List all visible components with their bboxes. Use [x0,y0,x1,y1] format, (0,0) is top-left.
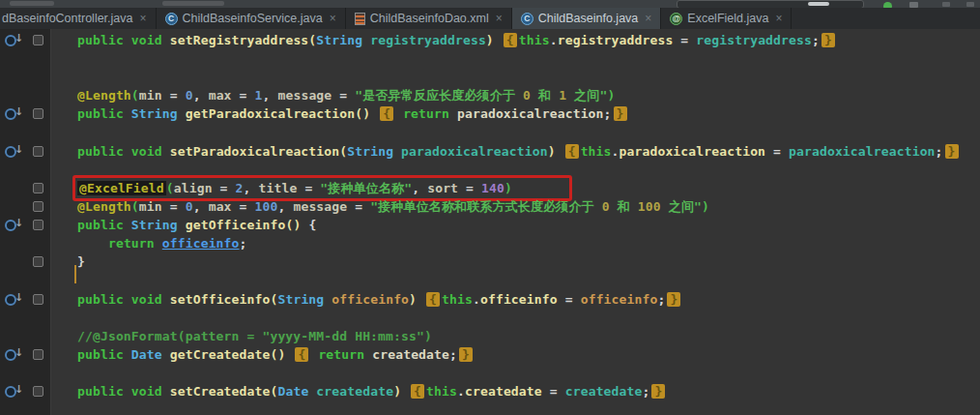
code-line[interactable]: public String getOfficeinfo() { [77,216,316,234]
code-token: @Length [77,88,131,103]
tab-close-icon[interactable]: × [140,12,147,25]
toolbar-icon[interactable] [942,2,950,7]
implemented-method-gutter-icon[interactable]: ↓ [5,385,24,399]
code-token: 和 [531,88,559,103]
tab-ChildBaseinfoService.java[interactable]: CChildBaseinfoService.java× [157,8,346,29]
code-line[interactable]: @Length(min = 0, max = 1, message = "是否异… [77,86,615,104]
code-token: ( [131,199,139,214]
code-token: ; [240,236,247,251]
code-token: min [139,88,162,103]
tab-ChildBaseinfoDao.xml[interactable]: ChildBaseinfoDao.xml× [346,8,512,29]
implemented-method-gutter-icon[interactable]: ↓ [5,219,24,232]
implemented-method-gutter-icon[interactable]: ↓ [5,34,24,47]
code-token [162,144,170,159]
code-token: max [209,199,232,214]
code-token: 0 [186,88,193,103]
code-token: return [403,106,449,121]
code-token: String [277,292,324,307]
folded-brace-marker[interactable]: } [821,33,835,47]
code-token: 0 [602,199,610,214]
gutter-marker-icon[interactable] [33,256,43,267]
code-token: 0 [523,88,531,103]
tab-ChildBaseinfo.java[interactable]: CChildBaseinfo.java× [512,8,662,29]
code-token: 0 [186,199,193,214]
code-token: getParadoxicalreaction [186,106,356,121]
folded-brace-marker[interactable]: { [504,33,517,47]
code-token: createdate [372,347,449,362]
gutter-marker-icon[interactable] [33,220,43,230]
folded-brace-marker[interactable]: { [295,347,308,362]
code-line[interactable]: public void setCreatedate(Date createdat… [77,382,667,400]
code-token: message [293,199,347,214]
code-token: ) [393,384,401,399]
gutter-marker-icon[interactable] [33,349,43,360]
toolbar-icon[interactable] [966,2,974,7]
folded-brace-marker[interactable]: { [565,144,579,159]
tab-close-icon[interactable]: × [496,12,503,25]
gutter-marker-icon[interactable] [33,294,43,305]
code-token: public [77,384,124,399]
code-token [162,292,170,307]
code-token [556,144,563,159]
folded-brace-marker[interactable]: } [945,144,959,159]
code-token: ; [812,33,820,47]
folded-brace-marker[interactable]: } [667,292,680,307]
code-token: officeinfo [480,292,558,307]
folded-brace-marker[interactable]: } [651,384,665,399]
folded-brace-marker[interactable]: { [426,292,440,307]
implemented-method-gutter-icon[interactable]: ↓ [5,107,24,121]
code-token: 2 [236,181,244,195]
toolbar-widget [162,1,224,6]
code-token: this [581,144,612,159]
implemented-method-gutter-icon[interactable]: ↓ [5,293,24,307]
code-token: = [162,88,186,103]
code-line[interactable]: public void setParadoxicalreaction(Strin… [77,142,961,161]
tab-close-icon[interactable]: × [330,12,336,25]
gutter-marker-icon[interactable] [33,146,43,157]
gutter-marker-icon[interactable] [33,108,43,119]
code-editor[interactable]: ↓public void setRegistryaddress(String r… [0,29,980,415]
code-token [124,144,131,159]
gutter-marker-icon[interactable] [33,35,43,45]
code-token: , [244,181,259,195]
tab-close-icon[interactable]: × [645,12,651,25]
implemented-method-gutter-icon[interactable]: ↓ [5,145,24,159]
gutter-marker-icon[interactable] [33,386,43,397]
code-token: void [131,33,162,47]
code-token: = [232,88,255,103]
code-token: = [331,88,355,103]
code-token: public [77,144,124,159]
code-token: setCreatedate [170,384,271,399]
folded-brace-marker[interactable]: { [411,384,424,399]
code-token: ; [604,106,612,121]
code-token: ) [607,88,615,103]
code-line[interactable]: } [77,252,85,271]
gutter-marker-icon[interactable] [33,183,43,193]
folded-brace-marker[interactable]: } [459,347,473,362]
code-line[interactable]: public void setRegistryaddress(String re… [77,31,837,49]
folded-brace-marker[interactable]: { [380,106,393,121]
code-line[interactable]: public String getParadoxicalreaction() {… [77,104,629,123]
gutter-marker-icon[interactable] [33,201,43,212]
folded-brace-marker[interactable]: } [614,106,627,121]
tab-dBaseinfoController.java[interactable]: dBaseinfoController.java× [0,8,157,29]
code-token: paradoxicalreaction [620,144,766,159]
code-line[interactable]: @ExcelField(align = 2, title = "接种单位名称",… [77,179,512,197]
code-token: = [347,199,370,214]
code-line[interactable]: //@JsonFormat(pattern = "yyyy-MM-dd HH:m… [77,327,432,345]
code-line[interactable]: @Length(min = 0, max = 100, message = "接… [77,197,709,216]
code-token: void [131,384,162,399]
code-token: = [297,181,320,195]
field-hyperlink[interactable]: officeinfo [162,236,240,251]
tab-ExcelField.java[interactable]: @ExcelField.java× [661,8,792,29]
code-token: () [285,218,301,232]
tab-close-icon[interactable]: × [775,12,782,25]
code-line[interactable]: return officeinfo; [77,234,247,252]
code-token: this [426,384,457,399]
code-line[interactable]: public Date getCreatedate() { return cre… [77,345,475,364]
code-line[interactable]: public void setOfficeinfo(String officei… [77,290,682,309]
code-token: ) [486,33,494,47]
implemented-method-gutter-icon[interactable]: ↓ [5,348,24,362]
code-token: paradoxicalreaction [457,106,604,121]
code-token [162,384,170,399]
